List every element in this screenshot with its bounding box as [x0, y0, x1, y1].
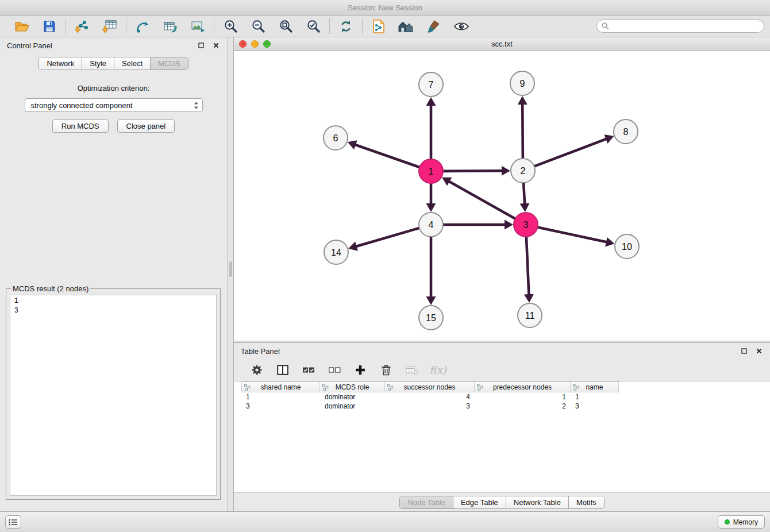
- delete-column-button[interactable]: [379, 363, 393, 377]
- apply-style-button[interactable]: [425, 18, 442, 35]
- memory-button[interactable]: Memory: [718, 515, 765, 529]
- export-image-button[interactable]: [189, 18, 206, 35]
- export-network-button[interactable]: [134, 18, 151, 35]
- network-graph[interactable]: 7968124310141511: [234, 51, 770, 341]
- refresh-button[interactable]: [337, 18, 355, 35]
- network-document-button[interactable]: [370, 18, 387, 35]
- import-table-button[interactable]: [101, 18, 118, 35]
- table-header-row: shared nameMCDS rolesuccessor nodesprede…: [241, 381, 770, 392]
- zoom-selected-button[interactable]: [305, 18, 322, 35]
- close-table-panel-button[interactable]: [755, 347, 763, 355]
- show-columns-button[interactable]: [276, 363, 290, 377]
- panel-splitter[interactable]: [227, 37, 234, 511]
- edge-4-14[interactable]: [356, 228, 419, 246]
- mcds-result-list[interactable]: 13: [10, 295, 217, 496]
- network-window-title: scc.txt: [234, 37, 770, 51]
- table-panel-title: Table Panel: [241, 347, 280, 356]
- export-table-button[interactable]: [161, 18, 179, 35]
- table-cell: 3: [385, 402, 475, 410]
- graph-node-3[interactable]: 3: [514, 213, 538, 237]
- save-session-button[interactable]: [41, 18, 58, 35]
- zoom-fit-icon: [279, 19, 293, 33]
- zoom-out-button[interactable]: [249, 18, 267, 35]
- delete-table-button[interactable]: [405, 363, 419, 377]
- import-network-button[interactable]: [74, 18, 91, 35]
- task-history-button[interactable]: [5, 515, 21, 529]
- tab-motifs[interactable]: Motifs: [569, 496, 604, 508]
- criterion-select[interactable]: strongly connected component: [25, 98, 203, 112]
- graph-node-1[interactable]: 1: [419, 159, 443, 183]
- edge-2-3[interactable]: [523, 183, 525, 205]
- edge-arrowhead: [524, 294, 534, 303]
- app-window-title: Session: New Session: [348, 3, 422, 12]
- open-session-button[interactable]: [13, 18, 30, 35]
- graph-node-2[interactable]: 2: [511, 159, 535, 183]
- close-window-button[interactable]: ×: [239, 40, 247, 48]
- close-control-panel-button[interactable]: [212, 41, 220, 49]
- edge-3-1[interactable]: [448, 181, 514, 218]
- edge-2-8[interactable]: [535, 138, 607, 166]
- toolbar-group-refresh: [330, 18, 362, 35]
- table-row[interactable]: 1dominator411: [241, 392, 770, 402]
- node-label: 3: [523, 220, 529, 230]
- close-panel-button[interactable]: Close panel: [117, 119, 175, 133]
- edge-1-2[interactable]: [444, 171, 503, 171]
- table-row[interactable]: 3dominator323: [241, 402, 770, 411]
- column-header-shared-name[interactable]: shared name: [241, 381, 320, 392]
- minimize-window-button[interactable]: −: [251, 40, 259, 48]
- function-builder-button[interactable]: f(x): [431, 363, 445, 377]
- column-header-MCDS-role[interactable]: MCDS role: [320, 381, 385, 392]
- graph-node-11[interactable]: 11: [518, 303, 542, 327]
- float-window-icon: [741, 348, 747, 354]
- edge-arrowhead: [502, 166, 510, 176]
- graph-node-8[interactable]: 8: [614, 119, 638, 144]
- node-label: 6: [333, 133, 338, 143]
- zoom-in-button[interactable]: [222, 18, 239, 35]
- graph-node-10[interactable]: 10: [615, 234, 639, 259]
- unselect-all-columns-button[interactable]: [328, 363, 341, 377]
- edge-2-9[interactable]: [522, 103, 523, 158]
- create-column-button[interactable]: [353, 363, 367, 377]
- network-window-titlebar[interactable]: × − + scc.txt: [234, 37, 770, 51]
- tab-style[interactable]: Style: [82, 57, 114, 70]
- graph-node-9[interactable]: 9: [510, 71, 534, 95]
- graph-node-15[interactable]: 15: [419, 306, 443, 330]
- network-document-icon: [372, 19, 386, 34]
- graph-node-7[interactable]: 7: [419, 72, 443, 97]
- main-toolbar: [0, 16, 770, 37]
- sort-icon: [477, 384, 483, 391]
- first-neighbors-button[interactable]: [398, 18, 415, 35]
- graph-node-14[interactable]: 14: [324, 240, 348, 264]
- tab-select[interactable]: Select: [114, 57, 151, 70]
- graph-node-6[interactable]: 6: [324, 126, 348, 150]
- search-input[interactable]: [596, 20, 764, 33]
- zoom-out-icon: [251, 19, 265, 33]
- table-settings-button[interactable]: [250, 363, 264, 377]
- toolbar-group-export: [126, 18, 214, 35]
- zoom-fit-button[interactable]: [277, 18, 294, 35]
- column-header-successor-nodes[interactable]: successor nodes: [385, 381, 475, 392]
- select-all-columns-button[interactable]: [302, 363, 315, 377]
- splitter-handle[interactable]: [229, 261, 232, 277]
- zoom-window-button[interactable]: +: [263, 40, 271, 48]
- run-mcds-button[interactable]: Run MCDS: [52, 119, 109, 133]
- show-hide-button[interactable]: [453, 18, 470, 35]
- graph-node-4[interactable]: 4: [419, 213, 443, 237]
- columns-icon: [277, 365, 288, 375]
- tab-network[interactable]: Network: [39, 57, 82, 70]
- tab-mcds[interactable]: MCDS: [151, 57, 187, 70]
- tab-node-table[interactable]: Node Table: [400, 496, 453, 508]
- float-table-panel-button[interactable]: [740, 347, 748, 355]
- network-canvas[interactable]: 7968124310141511: [234, 51, 770, 341]
- result-line: 1: [14, 296, 212, 306]
- edge-1-6[interactable]: [355, 145, 419, 167]
- column-header-predecessor-nodes[interactable]: predecessor nodes: [475, 381, 571, 392]
- tab-network-table[interactable]: Network Table: [506, 496, 569, 508]
- optimization-criterion-label: Optimization criterion:: [0, 84, 227, 92]
- toolbar-group-zoom: [214, 18, 329, 35]
- tab-edge-table[interactable]: Edge Table: [453, 496, 506, 508]
- edge-3-10[interactable]: [538, 228, 607, 242]
- float-panel-button[interactable]: [197, 41, 205, 49]
- edge-3-11[interactable]: [526, 237, 529, 295]
- column-header-name[interactable]: name: [571, 381, 619, 392]
